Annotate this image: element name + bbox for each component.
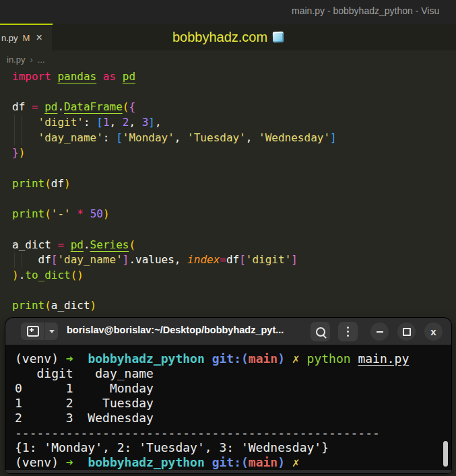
code-line: }) bbox=[12, 145, 456, 161]
maximize-button[interactable] bbox=[397, 322, 416, 341]
code-line: print(df) bbox=[12, 176, 456, 192]
terminal-line: 1 2 Tuesday bbox=[15, 396, 451, 411]
search-button[interactable] bbox=[311, 322, 330, 341]
code-line: 'digit': [1, 2, 3], bbox=[12, 115, 456, 131]
code-line: a_dict = pd.Series( bbox=[12, 238, 456, 253]
chevron-right-icon: › bbox=[30, 55, 32, 65]
search-icon bbox=[316, 327, 325, 337]
close-icon: x bbox=[430, 327, 436, 337]
code-line: ).to_dict() bbox=[12, 268, 456, 283]
code-line bbox=[12, 192, 456, 207]
kebab-menu-icon bbox=[347, 327, 349, 329]
new-tab-button[interactable] bbox=[21, 322, 44, 340]
terminal-plus-icon bbox=[27, 326, 39, 337]
terminal-line: (venv) ➜ bobbyhadz_python git:(main) ✗ bbox=[15, 455, 451, 470]
code-line: print(a_dict) bbox=[12, 298, 456, 314]
code-line: import pandas as pd bbox=[12, 69, 456, 85]
terminal-line: 0 1 Monday bbox=[15, 381, 451, 396]
minimize-icon bbox=[377, 331, 383, 333]
code-line bbox=[12, 161, 456, 176]
tab-main-py[interactable]: n.py M × bbox=[0, 24, 53, 50]
breadcrumb-more[interactable]: ... bbox=[38, 55, 45, 65]
code-line: df = pd.DataFrame({ bbox=[12, 100, 456, 115]
code-editor[interactable]: import pandas as pd df = pd.DataFrame({ … bbox=[12, 69, 456, 314]
terminal-line: ----------------------------------------… bbox=[15, 426, 451, 440]
terminal-line: (venv) ➜ bobbyhadz_python git:(main) ✗ p… bbox=[15, 351, 451, 366]
breadcrumb[interactable]: in.py › ... bbox=[7, 53, 45, 66]
minimize-button[interactable] bbox=[370, 322, 389, 341]
tab-label: n.py bbox=[1, 33, 18, 43]
terminal-title: borislav@borislav:~/Desktop/bobbyhadz_py… bbox=[67, 325, 284, 335]
terminal-scrollbar[interactable] bbox=[443, 441, 448, 467]
terminal-output[interactable]: (venv) ➜ bobbyhadz_python git:(main) ✗ p… bbox=[5, 345, 451, 470]
watermark: bobbyhadz.com bbox=[0, 24, 456, 50]
menu-button[interactable] bbox=[338, 322, 358, 341]
terminal-bottom-edge bbox=[5, 470, 451, 473]
terminal-titlebar[interactable]: borislav@borislav:~/Desktop/bobbyhadz_py… bbox=[5, 318, 451, 345]
code-line: 'day_name': ['Monday', 'Tuesday', 'Wedne… bbox=[12, 131, 456, 146]
code-line bbox=[12, 85, 456, 100]
tab-bar: n.py M × bobbyhadz.com bbox=[0, 24, 456, 50]
tab-close-icon[interactable]: × bbox=[36, 32, 42, 43]
watermark-text: bobbyhadz.com bbox=[172, 30, 267, 45]
code-line bbox=[12, 222, 456, 238]
code-line bbox=[12, 283, 456, 299]
terminal-line: 2 3 Wednesday bbox=[15, 411, 451, 426]
code-line: print('-' * 50) bbox=[12, 207, 456, 222]
window-title: main.py - bobbyhadz_python - Visu bbox=[292, 5, 439, 16]
code-line: df['day_name'].values, index=df['digit'] bbox=[12, 252, 456, 268]
close-button[interactable]: x bbox=[424, 322, 443, 341]
chevron-down-icon bbox=[49, 330, 55, 333]
maximize-icon bbox=[403, 328, 411, 336]
vscode-window: main.py - bobbyhadz_python - Visu n.py M… bbox=[0, 0, 456, 476]
breadcrumb-file[interactable]: in.py bbox=[7, 55, 25, 65]
tab-dropdown-button[interactable] bbox=[45, 322, 58, 340]
ice-cube-icon bbox=[273, 32, 284, 43]
modified-badge: M bbox=[23, 33, 30, 43]
terminal-window: borislav@borislav:~/Desktop/bobbyhadz_py… bbox=[5, 318, 451, 473]
terminal-line: digit day_name bbox=[15, 366, 451, 381]
terminal-line: {1: 'Monday', 2: 'Tuesday', 3: 'Wednesda… bbox=[15, 440, 451, 455]
titlebar: main.py - bobbyhadz_python - Visu bbox=[0, 0, 456, 24]
